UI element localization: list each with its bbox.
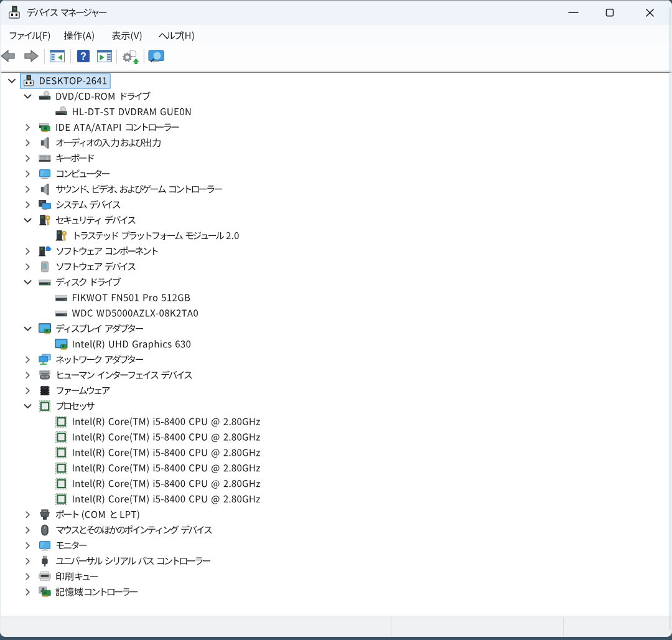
svg-text:?: ? bbox=[80, 51, 86, 62]
